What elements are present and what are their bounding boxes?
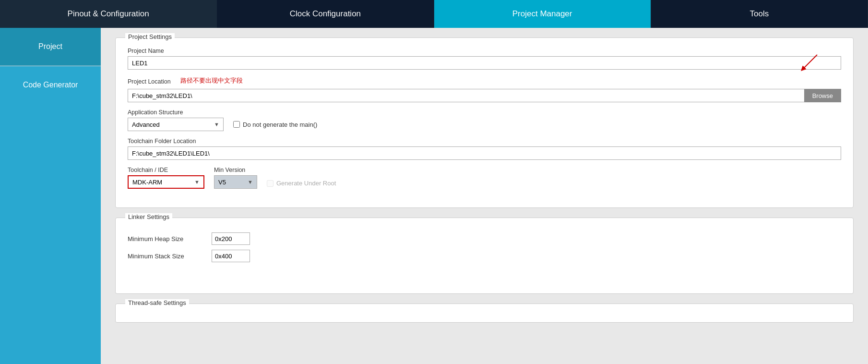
sidebar-item-code-generator[interactable]: Code Generator: [0, 66, 101, 104]
tab-clock[interactable]: Clock Configuration: [217, 0, 434, 28]
toolchain-folder-row: Toolchain Folder Location: [128, 138, 841, 160]
linker-settings-title: Linker Settings: [125, 213, 172, 220]
min-stack-label: Minimum Stack Size: [128, 253, 204, 260]
project-location-label: Project Location: [128, 78, 171, 85]
svg-line-1: [803, 55, 817, 69]
min-stack-input[interactable]: [212, 250, 250, 262]
toolchain-ide-col: Toolchain / IDE MDK-ARM STM32CubeIDE Mak…: [128, 167, 204, 189]
generate-under-root-label: Generate Under Root: [267, 180, 336, 189]
do-not-generate-main-checkbox[interactable]: [233, 121, 240, 128]
main-layout: Project Code Generator Project Settings: [0, 28, 868, 364]
thread-safe-settings-panel: Thread-safe Settings: [115, 303, 854, 323]
min-stack-row: Minimum Stack Size: [128, 250, 841, 262]
sidebar-item-project[interactable]: Project: [0, 28, 101, 66]
tab-pinout[interactable]: Pinout & Configuration: [0, 0, 217, 28]
location-note: 路径不要出现中文字段: [180, 76, 243, 85]
project-name-row: Project Name: [128, 48, 841, 70]
min-version-select-wrap: V4 V5 V6 ▼: [214, 175, 257, 189]
toolchain-ide-select-wrap: MDK-ARM STM32CubeIDE Makefile ▼: [128, 175, 204, 189]
toolchain-controls: Toolchain / IDE MDK-ARM STM32CubeIDE Mak…: [128, 167, 841, 189]
linker-settings-panel: Linker Settings Minimum Heap Size Minimu…: [115, 218, 854, 294]
browse-button[interactable]: Browse: [804, 89, 841, 102]
app-structure-select-wrap: Advanced Basic ▼: [128, 118, 224, 131]
arrow-annotation: [796, 50, 824, 74]
thread-safe-settings-title: Thread-safe Settings: [125, 299, 189, 306]
toolchain-ide-chevron-icon: ▼: [190, 179, 203, 185]
min-version-chevron-icon: ▼: [244, 179, 257, 185]
toolchain-folder-label: Toolchain Folder Location: [128, 138, 841, 145]
min-version-label: Min Version: [214, 167, 257, 173]
project-location-input[interactable]: [128, 89, 804, 102]
toolchain-ide-label: Toolchain / IDE: [128, 167, 204, 173]
top-navigation: Pinout & Configuration Clock Configurati…: [0, 0, 868, 28]
toolchain-ide-select[interactable]: MDK-ARM STM32CubeIDE Makefile: [129, 178, 190, 187]
project-settings-title: Project Settings: [125, 33, 175, 40]
sidebar: Project Code Generator: [0, 28, 101, 364]
min-heap-input[interactable]: [212, 232, 250, 245]
toolchain-folder-input[interactable]: [128, 146, 841, 160]
project-settings-panel: Project Settings Project Name: [115, 37, 854, 208]
project-location-row: Project Location 路径不要出现中文字段 Browse: [128, 76, 841, 102]
app-structure-row: Application Structure Advanced Basic ▼ D…: [128, 109, 841, 131]
tab-project-manager[interactable]: Project Manager: [434, 0, 651, 28]
tab-tools[interactable]: Tools: [651, 0, 868, 28]
app-struct-controls: Advanced Basic ▼ Do not generate the mai…: [128, 118, 841, 131]
toolchain-ide-row: Toolchain / IDE MDK-ARM STM32CubeIDE Mak…: [128, 167, 841, 189]
location-input-wrap: Browse: [128, 89, 841, 102]
app-structure-chevron-icon: ▼: [210, 121, 223, 127]
content-area: Project Settings Project Name: [101, 28, 868, 364]
min-version-select[interactable]: V4 V5 V6: [214, 178, 244, 187]
do-not-generate-main-label[interactable]: Do not generate the main(): [233, 121, 317, 128]
min-heap-label: Minimum Heap Size: [128, 235, 204, 243]
app-structure-label: Application Structure: [128, 109, 841, 116]
red-arrow-icon: [796, 50, 824, 74]
min-version-col: Min Version V4 V5 V6 ▼: [214, 167, 257, 189]
min-heap-row: Minimum Heap Size: [128, 232, 841, 245]
app-structure-select[interactable]: Advanced Basic: [128, 120, 210, 129]
project-name-input[interactable]: [128, 56, 841, 70]
project-name-label: Project Name: [128, 48, 841, 54]
generate-under-root-checkbox: [267, 180, 273, 187]
